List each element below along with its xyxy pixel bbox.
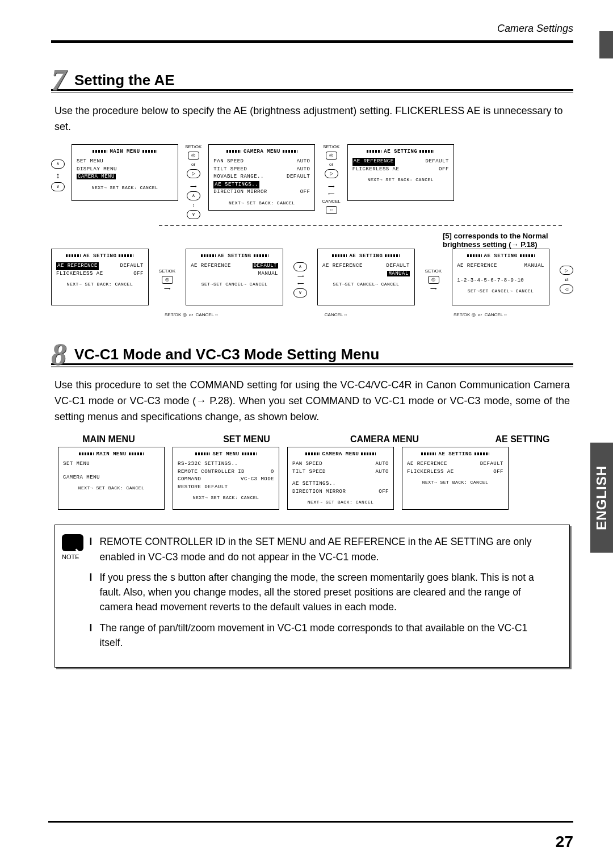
value: DEFAULT (480, 460, 503, 468)
value: DEFAULT (120, 262, 144, 270)
button-pair: SET/OK ◎ or CANCEL ○ (454, 312, 507, 317)
label: SET/OK (323, 144, 339, 149)
osd-footer: NEXT→ SET BACK: CANCEL (178, 494, 274, 501)
osd-ae-a: AE SETTING AE REFERENCEDEFAULT FLICKERLE… (51, 249, 149, 305)
label: RESTORE DEFAULT (178, 484, 228, 492)
bottom-rule (48, 821, 573, 823)
menu-label: SET MENU (196, 434, 297, 445)
header-right: Camera Settings (51, 23, 573, 35)
section-8-num: 8 (51, 342, 66, 367)
menus-row: MAIN MENU SET MENU CAMERA MENU NEXT→ SET… (58, 447, 573, 510)
button-group: ▷ ⇄ ◁ (560, 249, 573, 311)
value: MANUAL (524, 262, 544, 270)
osd-footer: NEXT→ SET BACK: CANCEL (213, 200, 310, 207)
value: DEFAULT (287, 173, 310, 181)
down-button[interactable]: ∨ (187, 210, 200, 219)
header-rule (51, 40, 573, 43)
section-8-title: VC-C1 Mode and VC-C3 Mode Setting Menu (74, 346, 379, 363)
osd-main: MAIN MENU SET MENU CAMERA MENU NEXT→ SET… (58, 447, 165, 510)
label: or (478, 312, 482, 317)
label: AE REFERENCE (457, 262, 497, 270)
left-button[interactable]: ◁ (560, 284, 573, 293)
osd-title: AE SETTING (56, 253, 144, 261)
section-7-title: Setting the AE (74, 72, 175, 89)
osd-title: CAMERA MENU (213, 148, 310, 156)
right-button[interactable]: ▷ (560, 266, 573, 275)
osd-main-menu: MAIN MENU SET MENU DISPLAY MENU CAMERA M… (72, 144, 178, 201)
up-button[interactable]: ∧ (187, 191, 200, 200)
osd-footer: NEXT→ SET BACK: CANCEL (407, 479, 503, 486)
section-7-rule (51, 92, 573, 93)
up-button[interactable]: ∧ (51, 160, 65, 169)
menu-label: AE SETTING (472, 434, 573, 445)
right-button[interactable]: ▷ (187, 169, 200, 178)
flow-note: [5] corresponds to the Normal brightness… (443, 232, 568, 249)
button-pair: CANCEL ○ (325, 312, 347, 317)
setok-button[interactable]: ◎ (162, 276, 173, 284)
label: SET/OK (425, 269, 442, 274)
value-selected: DEFAULT (253, 263, 278, 269)
label: AE REFERENCE (191, 262, 231, 278)
menu-item: SET MENU (77, 158, 173, 166)
dashed-connector (159, 225, 562, 226)
label: SET/OK (159, 269, 175, 274)
label: or (329, 162, 333, 167)
osd-title: MAIN MENU (63, 451, 159, 459)
label: FLICKERLESS AE (407, 468, 454, 476)
section-8-rule (51, 366, 573, 367)
label: AE SETTINGS.. (292, 480, 336, 488)
arrow-group: SET/OK ◎ or ▷ ⟶ ⟵ CANCEL ○ (322, 144, 340, 214)
label: CANCEL (322, 199, 340, 204)
menu-item-selected: AE REFERENCE (352, 158, 395, 166)
osd-footer: NEXT→ SET BACK: CANCEL (63, 485, 159, 492)
button-pair: SET/OK ◎ or CANCEL ○ (165, 312, 218, 317)
label: TILT SPEED (213, 166, 247, 174)
setok-button[interactable]: ◎ (188, 152, 199, 160)
section-7-head: 7 Setting the AE (51, 65, 573, 91)
cancel-button[interactable]: ○ (326, 206, 337, 214)
osd-title: SET MENU (178, 451, 274, 459)
value: OFF (493, 468, 503, 476)
label: CANCEL (485, 312, 503, 317)
osd-title: MAIN MENU (77, 148, 173, 156)
osd-footer: NEXT→ SET BACK: CANCEL (292, 499, 389, 506)
right-button[interactable]: ▷ (325, 169, 338, 178)
osd-title: AE SETTING (191, 253, 278, 261)
osd-title: AE SETTING (457, 253, 544, 261)
osd-footer: SET→SET CANCEL→ CANCEL (457, 288, 544, 295)
osd-ae-b: AE SETTING AE REFERENCEDEFAULTMANUAL SET… (186, 249, 283, 305)
label: PAN SPEED (292, 460, 322, 468)
osd-set: SET MENU RS-232C SETTINGS.. REMOTE CONTR… (173, 447, 279, 510)
label: RS-232C SETTINGS.. (178, 460, 238, 468)
label: FLICKERLESS AE (56, 270, 103, 278)
section-7-paragraph: Use the procedure below to specify the A… (54, 103, 570, 135)
osd-ae: AE SETTING AE REFERENCEDEFAULT FLICKERLE… (402, 447, 509, 510)
section-7-num: 7 (51, 68, 66, 93)
note-icon: NOTE (62, 534, 87, 560)
osd-footer: SET→SET CANCEL→ CANCEL (322, 281, 410, 288)
label: or (189, 312, 193, 317)
menu-item: CAMERA MENU (63, 474, 159, 482)
label: COMMAND (178, 476, 201, 484)
label: DIRECTION MIRROR (292, 488, 346, 496)
down-button[interactable]: ∨ (51, 182, 65, 191)
osd-ae-c: AE SETTING AE REFERENCEDEFAULTMANUAL SET… (317, 249, 415, 305)
label: DIRECTION MIRROR (213, 188, 267, 196)
up-button[interactable]: ∧ (293, 262, 307, 271)
note-body: REMOTE CONTROLLER ID in the SET MENU and… (89, 534, 549, 656)
osd-ae-d: AE SETTING AE REFERENCEMANUAL 1-2-3-4-5-… (452, 249, 549, 305)
value: OFF (300, 188, 310, 196)
down-button[interactable]: ∨ (293, 288, 307, 297)
label: FLICKERLESS AE (352, 166, 400, 174)
button-group: SET/OK ◎ ⟶ (425, 249, 442, 311)
setok-button[interactable]: ◎ (428, 276, 439, 284)
setok-button[interactable]: ◎ (326, 152, 337, 160)
osd-title: CAMERA MENU (292, 451, 389, 459)
label: AE REFERENCE (407, 460, 447, 468)
osd-camera-menu: CAMERA MENU PAN SPEEDAUTO TILT SPEEDAUTO… (208, 144, 315, 211)
nav-buttons-left: ∧ ↕ ∨ (51, 144, 65, 207)
note-item: REMOTE CONTROLLER ID in the SET MENU and… (99, 534, 549, 564)
note-item: The range of pan/tilt/zoom movement in V… (99, 620, 549, 651)
side-lang-tab: ENGLISH (590, 443, 613, 553)
value: 0 (271, 468, 274, 476)
